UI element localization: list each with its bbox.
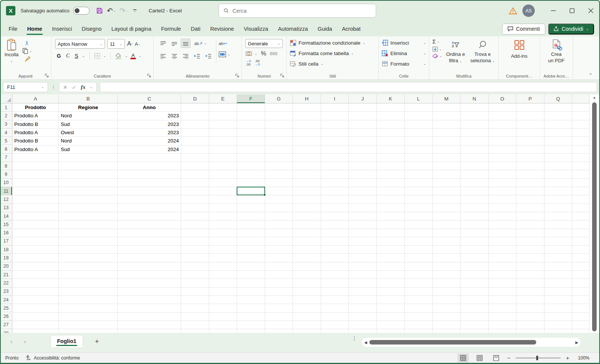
row-header-11[interactable]: 11 bbox=[0, 187, 12, 195]
page-break-view-button[interactable] bbox=[490, 354, 502, 363]
row-header-6[interactable]: 6 bbox=[0, 145, 12, 154]
increase-font-button[interactable]: A^ bbox=[127, 40, 132, 47]
minimize-button[interactable] bbox=[544, 0, 562, 21]
borders-chevron-icon[interactable]: ⌄ bbox=[104, 54, 106, 58]
font-color-chevron-icon[interactable]: ⌄ bbox=[139, 54, 141, 58]
appunti-dialog-launcher[interactable] bbox=[45, 73, 49, 78]
sheet-tab-foglio1[interactable]: Foglio1 bbox=[51, 336, 82, 348]
cell-B6[interactable]: Sud bbox=[59, 145, 117, 153]
row-header-14[interactable]: 14 bbox=[0, 212, 12, 220]
name-box[interactable]: F11⌄ bbox=[3, 82, 48, 92]
zoom-in-button[interactable]: + bbox=[566, 355, 569, 361]
row-header-27[interactable]: 27 bbox=[0, 321, 12, 329]
column-header-B[interactable]: B bbox=[59, 94, 118, 103]
column-header-D[interactable]: D bbox=[181, 94, 209, 103]
add-sheet-button[interactable]: + bbox=[95, 337, 99, 346]
insert-cells-button[interactable]: Inserisci⌄ bbox=[379, 37, 429, 48]
active-cell-selection[interactable] bbox=[237, 187, 265, 195]
insert-function-button[interactable]: fx bbox=[81, 84, 86, 90]
cell-A3[interactable]: Prodotto B bbox=[12, 120, 58, 128]
tab-dati[interactable]: Dati bbox=[186, 22, 206, 36]
fill-color-button[interactable] bbox=[115, 52, 122, 59]
row-header-5[interactable]: 5 bbox=[0, 137, 12, 145]
autosum-button[interactable]: Σ⌄ bbox=[432, 38, 442, 45]
paste-button[interactable]: Incolla ⌄ bbox=[4, 39, 19, 64]
row-header-17[interactable]: 17 bbox=[0, 237, 12, 246]
align-bottom-button[interactable] bbox=[181, 39, 190, 48]
vertical-scroll-thumb[interactable] bbox=[592, 102, 597, 331]
borders-button[interactable] bbox=[94, 53, 100, 59]
zoom-out-button[interactable]: − bbox=[507, 355, 510, 361]
row-header-25[interactable]: 25 bbox=[0, 304, 12, 312]
tab-acrobat[interactable]: Acrobat bbox=[337, 22, 366, 36]
tab-layout-di-pagina[interactable]: Layout di pagina bbox=[106, 22, 156, 36]
cell-styles-button[interactable]: Stili cella⌄ bbox=[287, 58, 378, 69]
fill-handle[interactable] bbox=[263, 193, 266, 196]
column-header-K[interactable]: K bbox=[377, 94, 405, 103]
find-select-button[interactable]: Trova e seleziona ⌄ bbox=[469, 38, 496, 64]
row-header-13[interactable]: 13 bbox=[0, 204, 12, 212]
row-header-15[interactable]: 15 bbox=[0, 220, 12, 229]
cell-A1[interactable]: Prodotto bbox=[12, 103, 58, 111]
percent-button[interactable]: % bbox=[261, 50, 266, 57]
row-header-16[interactable]: 16 bbox=[0, 229, 12, 237]
currency-chevron-icon[interactable]: ⌄ bbox=[255, 52, 257, 55]
thousands-separator-button[interactable]: 000 bbox=[270, 51, 278, 56]
orientation-button[interactable]: ab↗ bbox=[194, 41, 202, 46]
cell-B4[interactable]: Ovest bbox=[59, 129, 117, 136]
currency-format-button[interactable] bbox=[246, 51, 252, 57]
prev-sheet-icon[interactable]: ‹ bbox=[10, 338, 12, 345]
conditional-formatting-button[interactable]: Formattazione condizionale⌄ bbox=[287, 37, 378, 48]
format-cells-button[interactable]: Formato⌄ bbox=[379, 58, 429, 69]
column-header-A[interactable]: A bbox=[12, 94, 59, 103]
autosave-toggle[interactable] bbox=[73, 7, 90, 15]
allineamento-dialog-launcher[interactable] bbox=[235, 73, 240, 78]
search-box[interactable] bbox=[219, 4, 376, 18]
tab-visualizza[interactable]: Visualizza bbox=[239, 22, 273, 36]
share-button[interactable]: Condividi ⌄ bbox=[548, 24, 594, 34]
cancel-button[interactable]: ✕ bbox=[63, 84, 68, 90]
font-color-button[interactable]: A bbox=[130, 53, 136, 59]
comments-button[interactable]: Commenti bbox=[502, 24, 545, 34]
align-top-button[interactable] bbox=[158, 39, 168, 48]
cell-C2[interactable]: 2023 bbox=[118, 112, 181, 120]
column-header-P[interactable]: P bbox=[516, 94, 544, 103]
row-header-3[interactable]: 3 bbox=[0, 120, 12, 129]
tab-formule[interactable]: Formule bbox=[156, 22, 186, 36]
row-header-22[interactable]: 22 bbox=[0, 279, 12, 287]
horizontal-scrollbar[interactable]: ◀ ▶ bbox=[362, 338, 580, 347]
row-header-18[interactable]: 18 bbox=[0, 246, 12, 254]
next-sheet-icon[interactable]: › bbox=[24, 338, 26, 345]
sort-filter-button[interactable]: AZ Ordina e filtra ⌄ bbox=[444, 38, 468, 64]
align-center-button[interactable] bbox=[170, 51, 179, 61]
merge-center-button[interactable] bbox=[219, 51, 226, 57]
collapse-ribbon-button[interactable]: ⌄ bbox=[589, 70, 592, 76]
numeri-dialog-launcher[interactable] bbox=[280, 73, 285, 78]
fill-button[interactable]: ⌄ bbox=[432, 46, 442, 52]
carattere-dialog-launcher[interactable] bbox=[147, 73, 152, 78]
cell-A2[interactable]: Prodotto A bbox=[12, 112, 58, 120]
row-header-7[interactable]: 7 bbox=[0, 154, 12, 162]
tab-inserisci[interactable]: Inserisci bbox=[47, 22, 77, 36]
cell-A4[interactable]: Prodotto A bbox=[12, 129, 58, 136]
row-header-26[interactable]: 26 bbox=[0, 313, 12, 321]
cell-A6[interactable]: Prodotto A bbox=[12, 145, 58, 153]
addins-button[interactable]: Add-ins bbox=[499, 39, 540, 59]
align-left-button[interactable] bbox=[158, 51, 168, 61]
increase-indent-button[interactable] bbox=[203, 51, 213, 61]
cell-B2[interactable]: Nord bbox=[59, 112, 117, 120]
row-header-24[interactable]: 24 bbox=[0, 296, 12, 304]
name-box-splitter[interactable]: ⋮ bbox=[51, 84, 56, 90]
tab-automatizza[interactable]: Automatizza bbox=[273, 22, 313, 36]
row-header-1[interactable]: 1 bbox=[0, 103, 12, 112]
copy-button[interactable]: ⌄ bbox=[22, 48, 32, 54]
row-header-2[interactable]: 2 bbox=[0, 112, 12, 120]
underline-button[interactable]: S bbox=[74, 53, 79, 59]
row-header-20[interactable]: 20 bbox=[0, 262, 12, 271]
tab-revisione[interactable]: Revisione bbox=[205, 22, 239, 36]
column-header-N[interactable]: N bbox=[460, 94, 489, 103]
column-header-G[interactable]: G bbox=[265, 94, 293, 103]
orientation-chevron-icon[interactable]: ⌄ bbox=[204, 42, 207, 45]
zoom-level[interactable]: 100% bbox=[574, 355, 590, 361]
format-painter-button[interactable] bbox=[22, 56, 32, 62]
